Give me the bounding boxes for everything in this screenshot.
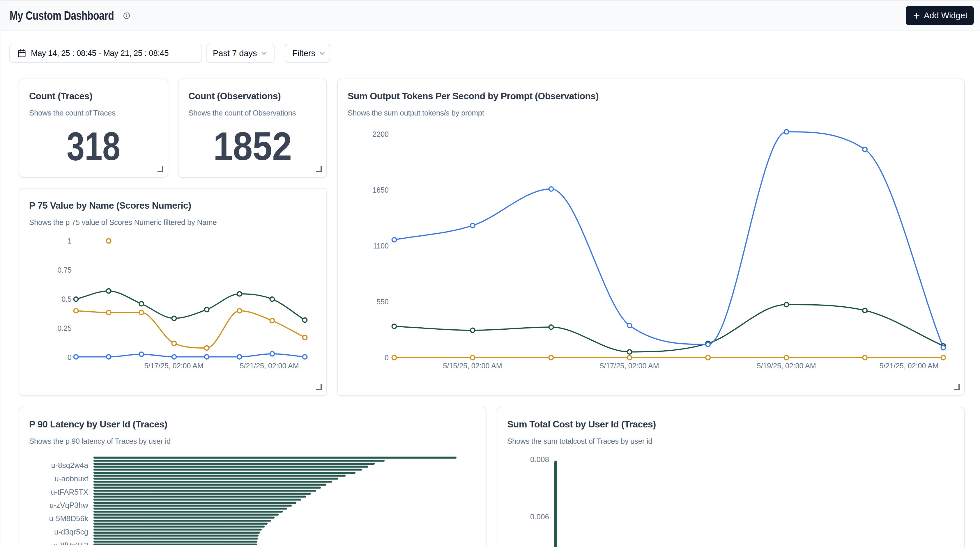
svg-text:1650: 1650	[372, 186, 389, 194]
svg-text:u-5M8D56k: u-5M8D56k	[49, 514, 89, 523]
svg-text:0.006: 0.006	[530, 512, 549, 521]
svg-text:5/17/25, 02:00 AM: 5/17/25, 02:00 AM	[145, 361, 204, 370]
svg-text:0.75: 0.75	[57, 266, 72, 274]
svg-text:2200: 2200	[372, 130, 389, 138]
svg-text:u-8sq2w4a: u-8sq2w4a	[51, 461, 89, 469]
svg-text:0.008: 0.008	[530, 455, 549, 464]
svg-text:5/19/25, 02:00 AM: 5/19/25, 02:00 AM	[757, 361, 816, 370]
svg-text:550: 550	[377, 298, 389, 306]
svg-text:0.5: 0.5	[61, 295, 72, 303]
svg-text:0: 0	[385, 354, 389, 361]
svg-text:5/17/25, 02:00 AM: 5/17/25, 02:00 AM	[600, 361, 659, 370]
svg-text:u-8fVa9T3: u-8fVa9T3	[54, 541, 88, 545]
svg-text:u-aobnuxf: u-aobnuxf	[54, 474, 88, 483]
svg-text:5/21/25, 02:00 AM: 5/21/25, 02:00 AM	[880, 361, 939, 370]
svg-text:1100: 1100	[373, 242, 389, 250]
svg-text:0: 0	[68, 353, 72, 361]
svg-text:0.25: 0.25	[57, 324, 72, 332]
svg-text:u-zVqP3hw: u-zVqP3hw	[49, 501, 88, 509]
svg-text:5/21/25, 02:00 AM: 5/21/25, 02:00 AM	[240, 361, 299, 370]
svg-text:1: 1	[68, 237, 72, 245]
svg-text:u-d3qr5cg: u-d3qr5cg	[54, 528, 88, 536]
svg-text:u-tFAR5TX: u-tFAR5TX	[51, 488, 88, 496]
svg-text:5/15/25, 02:00 AM: 5/15/25, 02:00 AM	[443, 361, 502, 370]
